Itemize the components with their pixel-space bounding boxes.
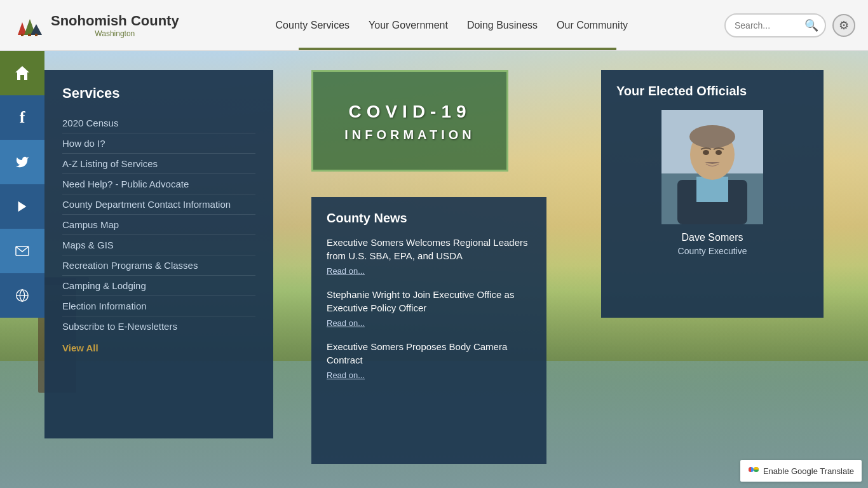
gear-button[interactable]: ⚙	[832, 14, 855, 37]
official-photo-svg	[661, 110, 763, 224]
svg-point-19	[715, 150, 722, 155]
logo-text-area: Snohomish County Washington	[51, 13, 179, 38]
svg-marker-7	[18, 201, 27, 212]
covid-subtitle: INFORMATION	[344, 128, 475, 142]
search-input[interactable]	[735, 20, 804, 30]
social-youtube[interactable]	[0, 184, 44, 229]
nav-county-services[interactable]: County Services	[276, 17, 350, 34]
news-item-2-read-more[interactable]: Read on...	[327, 318, 365, 328]
social-twitter[interactable]	[0, 140, 44, 184]
service-link-dept[interactable]: County Department Contact Information	[62, 194, 255, 215]
svg-rect-3	[21, 34, 24, 36]
search-button[interactable]: 🔍	[804, 18, 818, 32]
services-title: Services	[62, 85, 255, 102]
service-link-campus[interactable]: Campus Map	[62, 215, 255, 235]
news-item-1-read-more[interactable]: Read on...	[327, 266, 365, 276]
gear-icon: ⚙	[839, 18, 849, 32]
nav-underline	[299, 48, 616, 50]
news-item-1: Executive Somers Welcomes Regional Leade…	[327, 236, 531, 276]
officials-title: Your Elected Officials	[616, 84, 808, 98]
news-panel: County News Executive Somers Welcomes Re…	[311, 197, 546, 464]
services-panel: Services 2020 Census How do I? A-Z Listi…	[44, 70, 273, 438]
svg-point-18	[703, 150, 709, 155]
service-link-maps[interactable]: Maps & GIS	[62, 235, 255, 255]
service-link-recreation[interactable]: Recreation Programs & Classes	[62, 255, 255, 276]
news-item-3-title: Executive Somers Proposes Body Camera Co…	[327, 340, 531, 367]
social-facebook[interactable]: f	[0, 95, 44, 140]
logo-area: Snohomish County Washington	[13, 13, 179, 38]
google-translate[interactable]: Enable Google Translate	[740, 460, 862, 482]
officials-panel: Your Elected Officials	[601, 70, 824, 318]
news-title: County News	[327, 211, 531, 226]
search-box: 🔍	[724, 13, 826, 37]
service-link-census[interactable]: 2020 Census	[62, 113, 255, 133]
service-link-election[interactable]: Election Information	[62, 296, 255, 316]
svg-rect-15	[696, 177, 728, 202]
official-photo	[661, 110, 763, 224]
news-item-1-title: Executive Somers Welcomes Regional Leade…	[327, 236, 531, 262]
social-home[interactable]	[0, 51, 44, 95]
social-globe[interactable]	[0, 273, 44, 318]
svg-rect-5	[35, 34, 37, 36]
nav-your-government[interactable]: Your Government	[369, 17, 448, 34]
news-item-2-title: Stephanie Wright to Join Executive Offic…	[327, 288, 531, 315]
svg-point-17	[689, 125, 735, 148]
service-link-howdoi[interactable]: How do I?	[62, 133, 255, 154]
covid-title: COVID-19	[348, 99, 471, 124]
official-photo-container: Dave Somers County Executive	[616, 110, 808, 256]
view-all-link[interactable]: View All	[62, 342, 255, 353]
news-item-3-read-more[interactable]: Read on...	[327, 370, 365, 380]
svg-rect-4	[28, 34, 31, 36]
social-email[interactable]	[0, 229, 44, 273]
google-translate-label: Enable Google Translate	[763, 466, 854, 476]
svg-marker-6	[15, 66, 29, 80]
google-translate-icon	[748, 464, 759, 478]
news-item-2: Stephanie Wright to Join Executive Offic…	[327, 288, 531, 329]
nav-doing-business[interactable]: Doing Business	[467, 17, 538, 34]
logo-name: Snohomish County	[51, 13, 179, 29]
search-area: 🔍 ⚙	[724, 13, 855, 37]
service-link-enewsletter[interactable]: Subscribe to E-Newsletters	[62, 316, 255, 336]
logo-icon	[13, 13, 44, 38]
nav-our-community[interactable]: Our Community	[557, 17, 628, 34]
hero-background: f Services 2020 Census	[0, 51, 868, 488]
official-name: Dave Somers	[682, 232, 743, 243]
header: Snohomish County Washington County Servi…	[0, 0, 868, 51]
nav-area: County Services Your Government Doing Bu…	[179, 17, 724, 34]
news-item-3: Executive Somers Proposes Body Camera Co…	[327, 340, 531, 381]
social-sidebar: f	[0, 51, 44, 318]
service-link-camping[interactable]: Camping & Lodging	[62, 276, 255, 296]
official-role: County Executive	[678, 246, 747, 256]
covid-panel[interactable]: COVID-19 INFORMATION	[311, 70, 508, 172]
logo-sub: Washington	[51, 29, 179, 38]
service-link-az[interactable]: A-Z Listing of Services	[62, 154, 255, 174]
service-link-needhelp[interactable]: Need Help? - Public Advocate	[62, 174, 255, 194]
